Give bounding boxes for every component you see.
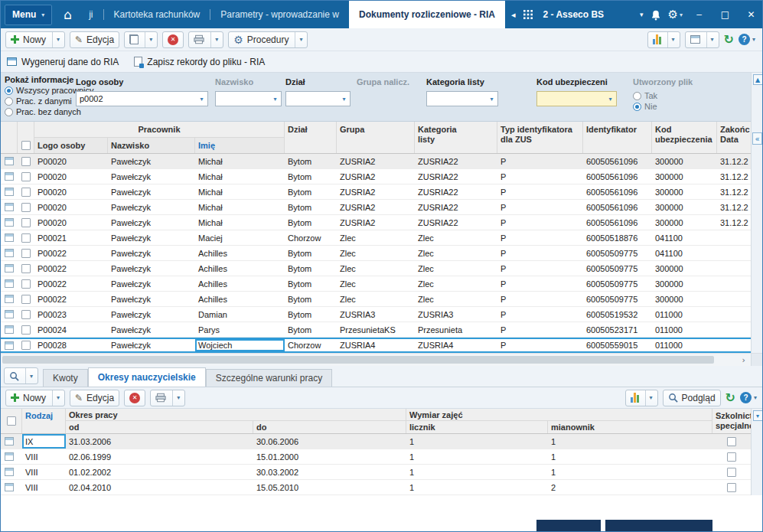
kod-ubezpieczen-combobox[interactable]: ▾ (536, 91, 617, 106)
table-row[interactable]: P00020PawełczykMichałBytomZUSRIA2ZUSRIA2… (1, 200, 751, 215)
detail-print-button[interactable]: ▾ (150, 390, 185, 406)
column-header[interactable]: Typ identyfikatoradla ZUS (497, 122, 583, 153)
close-button[interactable]: ✕ (742, 5, 761, 24)
save-records-button[interactable]: Zapisz rekordy do pliku - RIA (134, 57, 265, 67)
table-row[interactable]: P00022PawełczykAchillesBytomZlecZlecP600… (1, 292, 751, 307)
logo-osoby-combobox[interactable]: p0002 ▾ (76, 91, 208, 106)
column-header[interactable]: Grupa (337, 122, 415, 153)
table-row[interactable]: P00020PawełczykMichałBytomZUSRIA2ZUSRIA2… (1, 215, 751, 230)
tab-kartoteka-rachunkow[interactable]: Kartoteka rachunków (104, 1, 210, 28)
tab-okresy-nauczycielskie[interactable]: Okresy nauczycielskie (88, 367, 206, 387)
detail-chart-dropdown[interactable]: ▾ (645, 390, 653, 406)
copy-dropdown[interactable]: ▾ (145, 32, 152, 47)
procedures-dropdown[interactable]: ▾ (295, 32, 302, 47)
detail-new-button[interactable]: Nowy ▾ (5, 390, 65, 406)
column-header-rodzaj[interactable]: Rodzaj (22, 409, 66, 433)
print-dropdown[interactable]: ▾ (210, 32, 218, 47)
row-checkbox[interactable] (21, 325, 31, 335)
copy-button[interactable]: ▾ (124, 31, 158, 48)
radio-nie[interactable]: Nie (633, 102, 693, 111)
nazwisko-combobox[interactable]: ▾ (215, 91, 282, 106)
table-row[interactable]: VIII02.06.199915.01.200011 (1, 449, 751, 465)
tab-kwoty[interactable]: Kwoty (43, 369, 88, 387)
refresh-icon[interactable]: ↻ (724, 34, 734, 46)
column-header-okres-pracy[interactable]: Okres pracy (66, 409, 406, 421)
table-row[interactable]: P00023PawełczykDamianBytomZUSRIA3ZUSRIA3… (1, 307, 751, 322)
select-all-checkbox[interactable] (21, 141, 31, 150)
row-checkbox[interactable] (21, 341, 31, 350)
edit-button[interactable]: ✎ Edycja (70, 31, 119, 48)
column-header-imie[interactable]: Imię (195, 138, 285, 153)
print-button[interactable]: ▾ (188, 31, 223, 48)
column-header[interactable]: Kategorialisty (415, 122, 497, 153)
minimize-button[interactable]: – (690, 5, 709, 24)
column-header-wymiar-zajec[interactable]: Wymiar zajęć (406, 409, 712, 421)
column-header-nazwisko[interactable]: Nazwisko (108, 138, 195, 153)
kategoria-listy-combobox[interactable]: ▾ (426, 91, 498, 106)
column-header[interactable]: Dział (285, 122, 337, 153)
row-checkbox[interactable] (21, 279, 31, 289)
table-row[interactable]: P00020PawełczykMichałBytomZUSRIA2ZUSRIA2… (1, 184, 751, 200)
table-row[interactable]: P00024PawełczykParysBytomPrzesunietaKSPr… (1, 322, 751, 338)
detail-help-button[interactable]: ? ▾ (740, 392, 757, 403)
table-row[interactable]: P00020PawełczykMichałBytomZUSRIA2ZUSRIA2… (1, 154, 751, 169)
chart-button[interactable]: ▾ (647, 31, 680, 48)
detail-filter-button[interactable]: ▾ (4, 367, 38, 384)
help-button[interactable]: ? ▾ (739, 34, 755, 45)
column-header-do[interactable]: do (253, 421, 406, 433)
table-row[interactable]: P00028PawełczykWojciechChorzowZUSRIA4ZUS… (1, 338, 751, 353)
szkolnictwo-checkbox[interactable] (727, 468, 736, 477)
row-checkbox[interactable] (21, 233, 31, 243)
table-row[interactable]: IX31.03.200630.06.200611 (1, 434, 751, 449)
scroll-right-icon[interactable]: › (742, 354, 745, 366)
row-checkbox[interactable] (21, 295, 31, 304)
detail-new-dropdown[interactable]: ▾ (52, 390, 60, 406)
tab-dokumenty-rozliczeniowe[interactable]: Dokumenty rozliczeniowe - RIA (349, 1, 505, 28)
column-header-szkolnictwo-specjalne[interactable]: Szkolnictwo specjalne (712, 409, 751, 433)
table-row[interactable]: P00020PawełczykMichałBytomZUSRIA2ZUSRIA2… (1, 169, 751, 184)
detail-print-dropdown[interactable]: ▾ (172, 390, 180, 406)
table-row[interactable]: VIII01.02.200230.03.200211 (1, 465, 751, 480)
szkolnictwo-checkbox[interactable] (727, 437, 736, 446)
column-header-licznik[interactable]: licznik (406, 421, 548, 433)
collapse-panel-button[interactable]: « (752, 132, 762, 145)
column-header-od[interactable]: od (66, 421, 253, 433)
row-checkbox[interactable] (21, 264, 31, 273)
maximize-button[interactable]: □ (716, 5, 735, 24)
row-checkbox[interactable] (21, 310, 31, 319)
company-chevron-icon[interactable]: ▾ (640, 11, 644, 18)
column-header[interactable]: Identyfikator (583, 122, 652, 153)
tab-parametry[interactable]: Parametry - wprowadzanie w (210, 1, 349, 28)
row-checkbox[interactable] (21, 172, 31, 181)
tab-szczegolne-warunki-pracy[interactable]: Szczególne warunki pracy (206, 369, 332, 387)
radio-tak[interactable]: Tak (633, 91, 693, 100)
new-button[interactable]: Nowy ▾ (5, 31, 65, 48)
detail-vertical-scrollbar[interactable]: ▾ (751, 409, 763, 495)
horizontal-scrollbar[interactable]: › (1, 353, 763, 366)
row-checkbox[interactable] (21, 188, 31, 197)
chart-dropdown[interactable]: ▾ (667, 32, 675, 47)
table-row[interactable]: P00022PawełczykAchillesBytomZlecZlecP600… (1, 261, 751, 276)
procedures-button[interactable]: ⚙ Procedury ▾ (228, 31, 308, 48)
settings-button[interactable]: ⚙ ▾ (668, 9, 683, 21)
vertical-scrollbar[interactable]: ▲ « (751, 73, 763, 353)
generate-ria-button[interactable]: Wygeneruj dane do RIA (7, 57, 119, 67)
column-header-mianownik[interactable]: mianownik (548, 421, 712, 433)
detail-select-all-checkbox[interactable] (7, 416, 16, 426)
row-checkbox[interactable] (21, 218, 31, 227)
view-dropdown[interactable]: ▾ (706, 32, 714, 47)
table-row[interactable]: P00022PawełczykAchillesBytomZlecZlecP600… (1, 276, 751, 292)
table-row[interactable]: P00021PawełczykMaciejChorzowZlecZlecP600… (1, 230, 751, 246)
view-settings-button[interactable]: ▾ (685, 31, 719, 48)
tab-scroll-left-icon[interactable]: ◂ (511, 10, 516, 20)
szkolnictwo-checkbox[interactable] (727, 452, 736, 462)
table-row[interactable]: P00022PawełczykAchillesBytomZlecZlecP600… (1, 246, 751, 261)
detail-delete-button[interactable]: ✕ (124, 390, 145, 406)
szkolnictwo-checkbox[interactable] (727, 483, 736, 492)
apps-grid-icon[interactable] (523, 10, 533, 19)
row-checkbox[interactable] (21, 203, 31, 212)
radio-prac-bez-danych[interactable]: Prac. bez danych (5, 107, 93, 116)
menu-button[interactable]: Menu ▾ (5, 5, 52, 25)
row-checkbox[interactable] (21, 157, 31, 166)
new-dropdown[interactable]: ▾ (52, 32, 60, 47)
